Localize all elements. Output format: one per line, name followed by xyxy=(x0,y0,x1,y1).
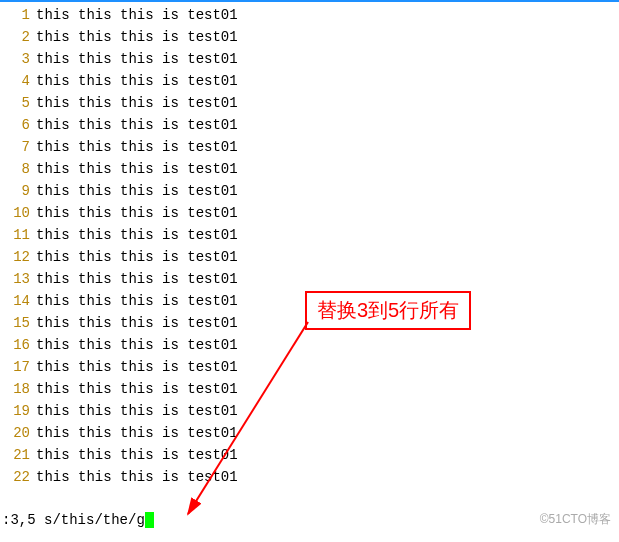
editor-line: 1this this this is test01 xyxy=(0,4,619,26)
command-text: :3,5 s/this/the/g xyxy=(2,512,145,528)
line-content: this this this is test01 xyxy=(36,422,238,444)
line-number: 7 xyxy=(0,136,36,158)
line-content: this this this is test01 xyxy=(36,224,238,246)
line-number: 13 xyxy=(0,268,36,290)
line-number: 5 xyxy=(0,92,36,114)
line-number: 6 xyxy=(0,114,36,136)
line-number: 10 xyxy=(0,202,36,224)
editor-line: 20this this this is test01 xyxy=(0,422,619,444)
editor-line: 11this this this is test01 xyxy=(0,224,619,246)
line-number: 20 xyxy=(0,422,36,444)
line-number: 15 xyxy=(0,312,36,334)
line-number: 14 xyxy=(0,290,36,312)
line-content: this this this is test01 xyxy=(36,444,238,466)
line-content: this this this is test01 xyxy=(36,202,238,224)
line-content: this this this is test01 xyxy=(36,268,238,290)
line-number: 11 xyxy=(0,224,36,246)
editor-line: 12this this this is test01 xyxy=(0,246,619,268)
line-content: this this this is test01 xyxy=(36,4,238,26)
line-content: this this this is test01 xyxy=(36,114,238,136)
line-number: 4 xyxy=(0,70,36,92)
line-number: 1 xyxy=(0,4,36,26)
editor-line: 7this this this is test01 xyxy=(0,136,619,158)
line-number: 12 xyxy=(0,246,36,268)
line-content: this this this is test01 xyxy=(36,356,238,378)
editor-line: 19this this this is test01 xyxy=(0,400,619,422)
line-content: this this this is test01 xyxy=(36,26,238,48)
editor-line: 9this this this is test01 xyxy=(0,180,619,202)
line-content: this this this is test01 xyxy=(36,158,238,180)
line-content: this this this is test01 xyxy=(36,400,238,422)
line-content: this this this is test01 xyxy=(36,180,238,202)
annotation-label: 替换3到5行所有 xyxy=(305,291,471,330)
editor-line: 5this this this is test01 xyxy=(0,92,619,114)
line-content: this this this is test01 xyxy=(36,92,238,114)
line-content: this this this is test01 xyxy=(36,312,238,334)
editor-line: 2this this this is test01 xyxy=(0,26,619,48)
line-content: this this this is test01 xyxy=(36,378,238,400)
cursor xyxy=(145,512,154,528)
editor-line: 6this this this is test01 xyxy=(0,114,619,136)
editor-line: 22this this this is test01 xyxy=(0,466,619,488)
line-number: 16 xyxy=(0,334,36,356)
line-content: this this this is test01 xyxy=(36,70,238,92)
line-number: 21 xyxy=(0,444,36,466)
line-number: 22 xyxy=(0,466,36,488)
editor-area[interactable]: 1this this this is test012this this this… xyxy=(0,2,619,488)
line-number: 19 xyxy=(0,400,36,422)
editor-line: 21this this this is test01 xyxy=(0,444,619,466)
line-number: 8 xyxy=(0,158,36,180)
line-content: this this this is test01 xyxy=(36,48,238,70)
editor-line: 16this this this is test01 xyxy=(0,334,619,356)
line-content: this this this is test01 xyxy=(36,136,238,158)
line-content: this this this is test01 xyxy=(36,290,238,312)
line-content: this this this is test01 xyxy=(36,246,238,268)
editor-line: 4this this this is test01 xyxy=(0,70,619,92)
editor-line: 17this this this is test01 xyxy=(0,356,619,378)
line-content: this this this is test01 xyxy=(36,334,238,356)
line-number: 3 xyxy=(0,48,36,70)
line-number: 17 xyxy=(0,356,36,378)
editor-line: 18this this this is test01 xyxy=(0,378,619,400)
line-content: this this this is test01 xyxy=(36,466,238,488)
editor-line: 13this this this is test01 xyxy=(0,268,619,290)
line-number: 18 xyxy=(0,378,36,400)
watermark: ©51CTO博客 xyxy=(540,511,611,528)
editor-line: 10this this this is test01 xyxy=(0,202,619,224)
line-number: 9 xyxy=(0,180,36,202)
editor-line: 8this this this is test01 xyxy=(0,158,619,180)
editor-line: 3this this this is test01 xyxy=(0,48,619,70)
line-number: 2 xyxy=(0,26,36,48)
vim-command-line[interactable]: :3,5 s/this/the/g xyxy=(2,512,154,528)
